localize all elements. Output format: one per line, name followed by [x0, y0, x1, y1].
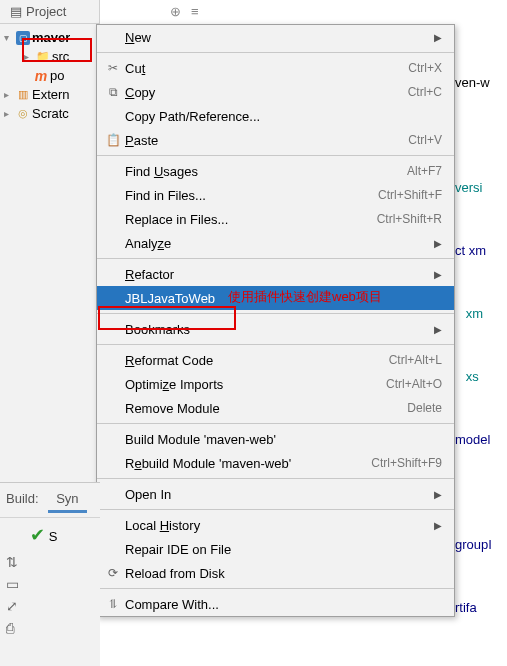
collapse-icon[interactable]: ⤢: [6, 598, 94, 614]
project-panel-header[interactable]: ▤ Project: [0, 0, 99, 24]
menu-label: New: [123, 30, 434, 45]
tree-label: po: [50, 68, 64, 83]
menu-shortcut: Ctrl+Shift+F9: [371, 456, 442, 470]
project-module-icon: ▢: [16, 31, 30, 45]
chevron-right-icon: ▶: [434, 32, 442, 43]
chevron-down-icon[interactable]: ▾: [4, 32, 14, 43]
folder-icon: 📁: [36, 50, 50, 64]
layout-icon[interactable]: ▭: [6, 576, 94, 592]
paste-icon: 📋: [103, 133, 123, 147]
menu-separator: [97, 509, 454, 510]
chevron-right-icon[interactable]: ▸: [4, 108, 14, 119]
build-sync-tab[interactable]: Syn: [48, 487, 86, 513]
library-icon: ▥: [16, 88, 30, 102]
menu-separator: [97, 258, 454, 259]
menu-shortcut: Delete: [407, 401, 442, 415]
menu-label: Replace in Files...: [123, 212, 377, 227]
menu-item-rebuild-module-maven-web[interactable]: Rebuild Module 'maven-web'Ctrl+Shift+F9: [97, 451, 454, 475]
menu-item-jbljavatoweb[interactable]: JBLJavaToWeb: [97, 286, 454, 310]
chevron-right-icon: ▶: [434, 269, 442, 280]
menu-item-reformat-code[interactable]: Reformat CodeCtrl+Alt+L: [97, 348, 454, 372]
menu-item-repair-ide-on-file[interactable]: Repair IDE on File: [97, 537, 454, 561]
menu-shortcut: Ctrl+V: [408, 133, 442, 147]
chevron-right-icon: ▶: [434, 520, 442, 531]
menu-item-analyze[interactable]: Analyze▶: [97, 231, 454, 255]
editor-code: ven-w versi ct xm xm xs model groupI rti…: [455, 0, 507, 666]
menu-shortcut: Ctrl+C: [408, 85, 442, 99]
menu-item-copy-path-reference[interactable]: Copy Path/Reference...: [97, 104, 454, 128]
menu-label: JBLJavaToWeb: [123, 291, 442, 306]
menu-item-bookmarks[interactable]: Bookmarks▶: [97, 317, 454, 341]
menu-item-optimize-imports[interactable]: Optimize ImportsCtrl+Alt+O: [97, 372, 454, 396]
menu-label: Find in Files...: [123, 188, 378, 203]
menu-label: Paste: [123, 133, 408, 148]
chevron-right-icon[interactable]: ▸: [24, 51, 34, 62]
menu-item-compare-with[interactable]: ⥮Compare With...: [97, 592, 454, 616]
menu-separator: [97, 588, 454, 589]
menu-item-copy[interactable]: ⧉CopyCtrl+C: [97, 80, 454, 104]
build-panel-header: Build: Syn: [0, 483, 100, 518]
target-icon[interactable]: ⊕: [170, 4, 181, 19]
menu-label: Copy Path/Reference...: [123, 109, 442, 124]
menu-item-reload-from-disk[interactable]: ⟳Reload from Disk: [97, 561, 454, 585]
menu-label: Compare With...: [123, 597, 442, 612]
chevron-right-icon: ▶: [434, 489, 442, 500]
menu-label: Open In: [123, 487, 434, 502]
menu-item-open-in[interactable]: Open In▶: [97, 482, 454, 506]
tree-item-pom[interactable]: m po: [0, 66, 99, 85]
chevron-right-icon: ▶: [434, 324, 442, 335]
context-menu: New▶✂CutCtrl+X⧉CopyCtrl+CCopy Path/Refer…: [96, 24, 455, 617]
menu-label: Find Usages: [123, 164, 407, 179]
menu-shortcut: Ctrl+Alt+L: [389, 353, 442, 367]
menu-separator: [97, 313, 454, 314]
menu-shortcut: Ctrl+X: [408, 61, 442, 75]
project-panel-title: Project: [26, 4, 66, 19]
tree-item-scratches[interactable]: ▸ ◎ Scratc: [0, 104, 99, 123]
menu-item-refactor[interactable]: Refactor▶: [97, 262, 454, 286]
menu-label: Rebuild Module 'maven-web': [123, 456, 371, 471]
menu-shortcut: Ctrl+Shift+R: [377, 212, 442, 226]
menu-shortcut: Ctrl+Alt+O: [386, 377, 442, 391]
check-icon: ✔: [30, 525, 45, 545]
menu-separator: [97, 155, 454, 156]
menu-item-cut[interactable]: ✂CutCtrl+X: [97, 56, 454, 80]
menu-label: Copy: [123, 85, 408, 100]
chevron-right-icon: ▶: [434, 238, 442, 249]
scratch-icon: ◎: [16, 107, 30, 121]
tree-label: Extern: [32, 87, 70, 102]
menu-label: Refactor: [123, 267, 434, 282]
menu-item-new[interactable]: New▶: [97, 25, 454, 49]
build-title: Build:: [6, 491, 39, 506]
menu-item-build-module-maven-web[interactable]: Build Module 'maven-web': [97, 427, 454, 451]
pin-icon[interactable]: ⎙: [6, 620, 94, 636]
tree-item-external[interactable]: ▸ ▥ Extern: [0, 85, 99, 104]
menu-item-replace-in-files[interactable]: Replace in Files...Ctrl+Shift+R: [97, 207, 454, 231]
reload-icon: ⟳: [103, 566, 123, 580]
tree-item-src[interactable]: ▸ 📁 src: [0, 47, 99, 66]
menu-item-find-usages[interactable]: Find UsagesAlt+F7: [97, 159, 454, 183]
maven-icon: m: [34, 69, 48, 83]
menu-item-paste[interactable]: 📋PasteCtrl+V: [97, 128, 454, 152]
tree-item-root[interactable]: ▾ ▢ maver: [0, 28, 99, 47]
tree-label: src: [52, 49, 69, 64]
menu-separator: [97, 344, 454, 345]
copy-icon: ⧉: [103, 85, 123, 99]
menu-label: Reformat Code: [123, 353, 389, 368]
toolbar-icons: ⊕ ≡: [170, 4, 199, 19]
project-tree: ▾ ▢ maver ▸ 📁 src m po ▸ ▥ Extern ▸ ◎ Sc…: [0, 24, 99, 127]
expand-icon[interactable]: ≡: [191, 4, 199, 19]
cut-icon: ✂: [103, 61, 123, 75]
filter-icon[interactable]: ⇅: [6, 554, 94, 570]
menu-label: Cut: [123, 61, 408, 76]
menu-item-local-history[interactable]: Local History▶: [97, 513, 454, 537]
tree-label: Scratc: [32, 106, 69, 121]
build-status: S: [49, 529, 58, 544]
build-toolbar: ⇅ ▭ ⤢ ⎙: [0, 546, 100, 644]
menu-item-find-in-files[interactable]: Find in Files...Ctrl+Shift+F: [97, 183, 454, 207]
compare-icon: ⥮: [103, 597, 123, 611]
menu-label: Reload from Disk: [123, 566, 442, 581]
menu-item-remove-module[interactable]: Remove ModuleDelete: [97, 396, 454, 420]
tree-label: maver: [32, 30, 70, 45]
project-icon: ▤: [10, 4, 22, 19]
chevron-right-icon[interactable]: ▸: [4, 89, 14, 100]
